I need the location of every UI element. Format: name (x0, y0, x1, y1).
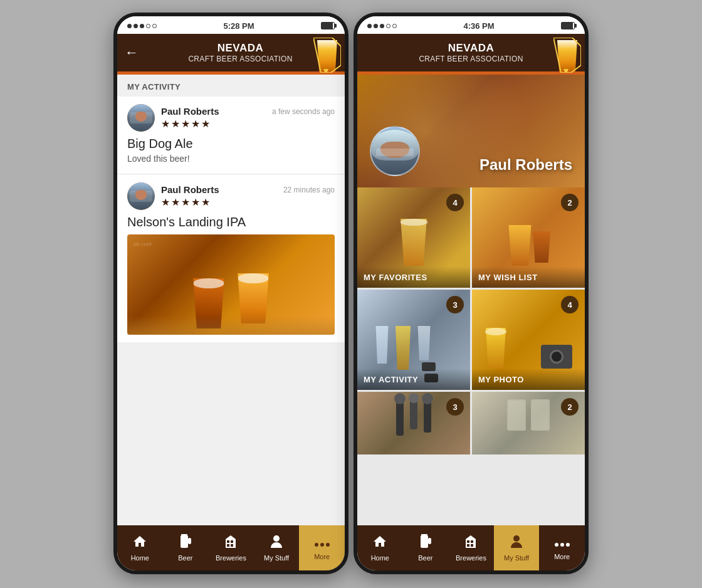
time-ago-2: 22 minutes ago (283, 186, 335, 194)
wishlist-glass2 (531, 231, 553, 263)
dot2-4 (386, 24, 390, 28)
avatar-face-1 (135, 112, 147, 122)
stars-2: ★ ★ ★ ★ ★ (161, 196, 335, 208)
battery-area-1 (321, 22, 335, 29)
grid-cell-activity[interactable]: 3 MY ACTIVITY (357, 290, 470, 390)
grid-cell-wishlist[interactable]: 2 MY WISH LIST (472, 187, 585, 288)
bottom-nav-1: Home Beer Breweries My Stuff (117, 525, 345, 570)
header-title-2: NEVADA CRAFT BEER ASSOCIATION (365, 42, 577, 63)
grid-label-favorites: MY FAVORITES (364, 273, 427, 282)
dot2-3 (380, 24, 384, 28)
status-bar-2: 4:36 PM (357, 16, 585, 34)
svg-rect-11 (421, 534, 427, 536)
nav-breweries-1[interactable]: Breweries (208, 525, 254, 570)
header-main-title-1: NEVADA (144, 42, 337, 55)
grid-badge-extra1: 3 (446, 398, 464, 416)
activity-top-2: Paul Roberts 22 minutes ago ★ ★ ★ ★ ★ (127, 182, 335, 210)
grid-section[interactable]: 4 MY FAVORITES (357, 187, 585, 525)
spacer-1 (117, 344, 345, 356)
nevada-logo-1 (313, 38, 341, 73)
time-display-1: 5:28 PM (223, 21, 254, 31)
favorites-glass (397, 219, 431, 266)
stars-1: ★ ★ ★ ★ ★ (161, 118, 335, 130)
back-button[interactable]: ← (125, 45, 139, 61)
grid-badge-photo: 4 (561, 296, 579, 313)
svg-point-7 (326, 543, 330, 547)
avatar-helmet-1 (127, 104, 155, 132)
star-1-5: ★ (201, 118, 210, 130)
nav-beer-label-2: Beer (418, 554, 432, 562)
star-2-1: ★ (161, 196, 170, 208)
dot-3 (140, 24, 144, 28)
dot2-5 (392, 24, 397, 28)
star-1-2: ★ (171, 118, 180, 130)
grid-cell-extra2[interactable]: 2 (472, 392, 585, 454)
phone-profile: 4:36 PM NEVADA CRAFT BEER ASSOCIATION (354, 13, 589, 574)
nav-breweries-label-2: Breweries (456, 554, 486, 562)
home-icon-2 (372, 534, 387, 553)
nav-more-label-2: More (554, 553, 570, 560)
profile-name: Paul Roberts (479, 156, 572, 174)
grid-cell-photo[interactable]: 4 MY PHOTO (472, 290, 585, 390)
dot-5 (152, 24, 157, 28)
mystuff-icon-1 (270, 534, 283, 553)
grid-cell-favorites[interactable]: 4 MY FAVORITES (357, 187, 470, 288)
beer-icon-1 (179, 534, 192, 553)
grid-cell-extra1[interactable]: 3 (357, 392, 470, 454)
activity-card-1: Paul Roberts a few seconds ago ★ ★ ★ ★ ★… (117, 97, 345, 174)
svg-rect-9 (421, 535, 428, 548)
battery-fill-2 (562, 23, 573, 29)
signal-dots-2 (367, 24, 397, 28)
status-bar-1: 5:28 PM (117, 16, 345, 34)
time-ago-1: a few seconds ago (272, 107, 335, 116)
nav-breweries-label-1: Breweries (216, 554, 246, 562)
grid-badge-wishlist: 2 (561, 194, 579, 211)
time-display-2: 4:36 PM (463, 21, 494, 31)
nav-beer-2[interactable]: Beer (403, 525, 449, 570)
profile-banner: Paul Roberts (357, 75, 585, 187)
grid-label-photo: MY PHOTO (478, 375, 524, 384)
nav-breweries-2[interactable]: Breweries (448, 525, 494, 570)
user-info-2: Paul Roberts 22 minutes ago ★ ★ ★ ★ ★ (161, 184, 335, 208)
profile-avatar (370, 126, 420, 176)
star-1-1: ★ (161, 118, 170, 130)
breweries-icon-1 (223, 534, 238, 553)
activity-top-1: Paul Roberts a few seconds ago ★ ★ ★ ★ ★ (127, 104, 335, 132)
svg-point-12 (513, 535, 520, 542)
grid-2col: 4 MY FAVORITES (357, 187, 585, 454)
svg-rect-2 (188, 538, 191, 544)
nav-beer-1[interactable]: Beer (163, 525, 209, 570)
wishlist-glass1 (506, 225, 534, 266)
nav-home-1[interactable]: Home (117, 525, 163, 570)
nav-home-label-2: Home (371, 554, 389, 562)
grid-label-activity: MY ACTIVITY (364, 375, 418, 384)
screens-wrapper: 5:28 PM ← NEVADA CRAFT BEER ASSOCIATION (0, 0, 702, 588)
dot2-1 (367, 24, 372, 28)
activity-card-2: Paul Roberts 22 minutes ago ★ ★ ★ ★ ★ Ne… (117, 175, 345, 342)
star-2-5: ★ (201, 196, 210, 208)
grid-overlay-activity: MY ACTIVITY (357, 369, 470, 390)
nav-more-1[interactable]: More (299, 525, 345, 570)
header-subtitle-2: CRAFT BEER ASSOCIATION (365, 55, 577, 63)
bottom-nav-2: Home Beer Breweries My Stuff (357, 525, 585, 570)
svg-point-14 (560, 543, 564, 547)
grid-overlay-wishlist: MY WISH LIST (472, 266, 585, 288)
nav-more-label-1: More (314, 553, 330, 560)
nav-more-2[interactable]: More (539, 525, 585, 570)
grid-badge-activity: 3 (446, 296, 464, 313)
header-main-title-2: NEVADA (365, 42, 577, 55)
content-1[interactable]: MY ACTIVITY Paul Roberts a few seconds a… (117, 75, 345, 525)
beer-photo: ale craft (127, 234, 335, 335)
star-2-2: ★ (171, 196, 180, 208)
svg-rect-3 (181, 534, 187, 536)
avatar-face-2 (135, 190, 147, 200)
nav-mystuff-2[interactable]: My Stuff (494, 525, 540, 570)
avatar-1 (127, 104, 155, 132)
battery-fill-1 (322, 23, 333, 29)
user-info-1: Paul Roberts a few seconds ago ★ ★ ★ ★ ★ (161, 106, 335, 130)
nav-home-2[interactable]: Home (357, 525, 403, 570)
grid-label-wishlist: MY WISH LIST (478, 273, 538, 282)
avatar-2 (127, 182, 155, 210)
nav-mystuff-1[interactable]: My Stuff (254, 525, 300, 570)
battery-icon-2 (561, 22, 575, 29)
